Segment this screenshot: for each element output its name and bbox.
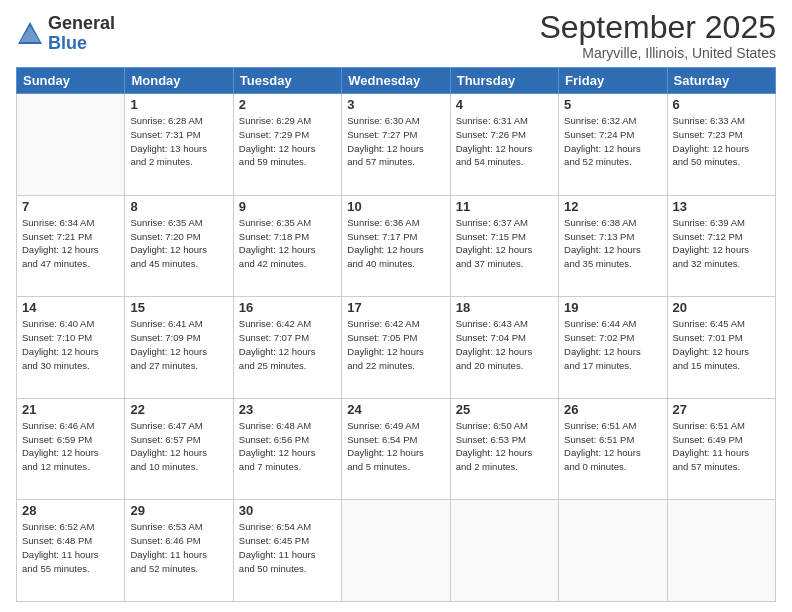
day-number: 8	[130, 199, 227, 214]
calendar-cell: 4Sunrise: 6:31 AMSunset: 7:26 PMDaylight…	[450, 94, 558, 196]
day-number: 6	[673, 97, 770, 112]
day-info: Sunrise: 6:35 AMSunset: 7:18 PMDaylight:…	[239, 216, 336, 271]
day-number: 25	[456, 402, 553, 417]
calendar-cell: 27Sunrise: 6:51 AMSunset: 6:49 PMDayligh…	[667, 398, 775, 500]
header-sunday: Sunday	[17, 68, 125, 94]
calendar-cell: 13Sunrise: 6:39 AMSunset: 7:12 PMDayligh…	[667, 195, 775, 297]
day-number: 12	[564, 199, 661, 214]
day-info: Sunrise: 6:37 AMSunset: 7:15 PMDaylight:…	[456, 216, 553, 271]
day-number: 13	[673, 199, 770, 214]
calendar-cell: 12Sunrise: 6:38 AMSunset: 7:13 PMDayligh…	[559, 195, 667, 297]
day-number: 2	[239, 97, 336, 112]
day-info: Sunrise: 6:48 AMSunset: 6:56 PMDaylight:…	[239, 419, 336, 474]
calendar-cell: 17Sunrise: 6:42 AMSunset: 7:05 PMDayligh…	[342, 297, 450, 399]
header-monday: Monday	[125, 68, 233, 94]
calendar-cell: 23Sunrise: 6:48 AMSunset: 6:56 PMDayligh…	[233, 398, 341, 500]
calendar-cell: 11Sunrise: 6:37 AMSunset: 7:15 PMDayligh…	[450, 195, 558, 297]
logo-icon	[16, 20, 44, 48]
calendar-cell: 28Sunrise: 6:52 AMSunset: 6:48 PMDayligh…	[17, 500, 125, 602]
header-thursday: Thursday	[450, 68, 558, 94]
calendar-cell: 24Sunrise: 6:49 AMSunset: 6:54 PMDayligh…	[342, 398, 450, 500]
calendar-cell: 10Sunrise: 6:36 AMSunset: 7:17 PMDayligh…	[342, 195, 450, 297]
calendar-cell	[17, 94, 125, 196]
day-info: Sunrise: 6:32 AMSunset: 7:24 PMDaylight:…	[564, 114, 661, 169]
header: General Blue September 2025 Maryville, I…	[16, 10, 776, 61]
calendar-week-0: 1Sunrise: 6:28 AMSunset: 7:31 PMDaylight…	[17, 94, 776, 196]
day-info: Sunrise: 6:38 AMSunset: 7:13 PMDaylight:…	[564, 216, 661, 271]
day-number: 23	[239, 402, 336, 417]
day-info: Sunrise: 6:33 AMSunset: 7:23 PMDaylight:…	[673, 114, 770, 169]
day-info: Sunrise: 6:42 AMSunset: 7:07 PMDaylight:…	[239, 317, 336, 372]
logo-general: General	[48, 14, 115, 34]
calendar-cell	[559, 500, 667, 602]
calendar-week-3: 21Sunrise: 6:46 AMSunset: 6:59 PMDayligh…	[17, 398, 776, 500]
calendar-cell: 6Sunrise: 6:33 AMSunset: 7:23 PMDaylight…	[667, 94, 775, 196]
day-info: Sunrise: 6:52 AMSunset: 6:48 PMDaylight:…	[22, 520, 119, 575]
calendar-week-2: 14Sunrise: 6:40 AMSunset: 7:10 PMDayligh…	[17, 297, 776, 399]
day-number: 30	[239, 503, 336, 518]
day-info: Sunrise: 6:34 AMSunset: 7:21 PMDaylight:…	[22, 216, 119, 271]
day-info: Sunrise: 6:41 AMSunset: 7:09 PMDaylight:…	[130, 317, 227, 372]
day-info: Sunrise: 6:47 AMSunset: 6:57 PMDaylight:…	[130, 419, 227, 474]
day-number: 15	[130, 300, 227, 315]
day-info: Sunrise: 6:42 AMSunset: 7:05 PMDaylight:…	[347, 317, 444, 372]
day-number: 7	[22, 199, 119, 214]
day-number: 11	[456, 199, 553, 214]
day-info: Sunrise: 6:31 AMSunset: 7:26 PMDaylight:…	[456, 114, 553, 169]
calendar-cell: 22Sunrise: 6:47 AMSunset: 6:57 PMDayligh…	[125, 398, 233, 500]
day-info: Sunrise: 6:51 AMSunset: 6:49 PMDaylight:…	[673, 419, 770, 474]
day-number: 3	[347, 97, 444, 112]
day-info: Sunrise: 6:30 AMSunset: 7:27 PMDaylight:…	[347, 114, 444, 169]
day-info: Sunrise: 6:36 AMSunset: 7:17 PMDaylight:…	[347, 216, 444, 271]
calendar-cell: 29Sunrise: 6:53 AMSunset: 6:46 PMDayligh…	[125, 500, 233, 602]
day-info: Sunrise: 6:39 AMSunset: 7:12 PMDaylight:…	[673, 216, 770, 271]
day-info: Sunrise: 6:35 AMSunset: 7:20 PMDaylight:…	[130, 216, 227, 271]
day-info: Sunrise: 6:45 AMSunset: 7:01 PMDaylight:…	[673, 317, 770, 372]
day-number: 19	[564, 300, 661, 315]
calendar-header-row: Sunday Monday Tuesday Wednesday Thursday…	[17, 68, 776, 94]
day-info: Sunrise: 6:50 AMSunset: 6:53 PMDaylight:…	[456, 419, 553, 474]
day-number: 9	[239, 199, 336, 214]
calendar-cell: 14Sunrise: 6:40 AMSunset: 7:10 PMDayligh…	[17, 297, 125, 399]
header-friday: Friday	[559, 68, 667, 94]
logo-text: General Blue	[48, 14, 115, 54]
header-tuesday: Tuesday	[233, 68, 341, 94]
day-number: 29	[130, 503, 227, 518]
day-info: Sunrise: 6:29 AMSunset: 7:29 PMDaylight:…	[239, 114, 336, 169]
day-number: 20	[673, 300, 770, 315]
page: General Blue September 2025 Maryville, I…	[0, 0, 792, 612]
day-info: Sunrise: 6:54 AMSunset: 6:45 PMDaylight:…	[239, 520, 336, 575]
calendar-cell: 18Sunrise: 6:43 AMSunset: 7:04 PMDayligh…	[450, 297, 558, 399]
calendar-cell: 15Sunrise: 6:41 AMSunset: 7:09 PMDayligh…	[125, 297, 233, 399]
day-info: Sunrise: 6:44 AMSunset: 7:02 PMDaylight:…	[564, 317, 661, 372]
day-number: 10	[347, 199, 444, 214]
day-number: 17	[347, 300, 444, 315]
calendar-cell: 7Sunrise: 6:34 AMSunset: 7:21 PMDaylight…	[17, 195, 125, 297]
calendar-cell: 30Sunrise: 6:54 AMSunset: 6:45 PMDayligh…	[233, 500, 341, 602]
day-info: Sunrise: 6:28 AMSunset: 7:31 PMDaylight:…	[130, 114, 227, 169]
calendar-cell: 20Sunrise: 6:45 AMSunset: 7:01 PMDayligh…	[667, 297, 775, 399]
header-saturday: Saturday	[667, 68, 775, 94]
day-info: Sunrise: 6:51 AMSunset: 6:51 PMDaylight:…	[564, 419, 661, 474]
calendar-cell: 16Sunrise: 6:42 AMSunset: 7:07 PMDayligh…	[233, 297, 341, 399]
calendar-cell	[342, 500, 450, 602]
calendar-cell: 21Sunrise: 6:46 AMSunset: 6:59 PMDayligh…	[17, 398, 125, 500]
header-wednesday: Wednesday	[342, 68, 450, 94]
day-number: 22	[130, 402, 227, 417]
day-number: 16	[239, 300, 336, 315]
calendar-cell: 9Sunrise: 6:35 AMSunset: 7:18 PMDaylight…	[233, 195, 341, 297]
title-section: September 2025 Maryville, Illinois, Unit…	[539, 10, 776, 61]
day-number: 14	[22, 300, 119, 315]
day-number: 18	[456, 300, 553, 315]
day-number: 1	[130, 97, 227, 112]
day-number: 5	[564, 97, 661, 112]
calendar-cell: 25Sunrise: 6:50 AMSunset: 6:53 PMDayligh…	[450, 398, 558, 500]
day-info: Sunrise: 6:49 AMSunset: 6:54 PMDaylight:…	[347, 419, 444, 474]
calendar-cell: 26Sunrise: 6:51 AMSunset: 6:51 PMDayligh…	[559, 398, 667, 500]
calendar-cell: 19Sunrise: 6:44 AMSunset: 7:02 PMDayligh…	[559, 297, 667, 399]
calendar-cell	[667, 500, 775, 602]
day-number: 26	[564, 402, 661, 417]
day-number: 4	[456, 97, 553, 112]
calendar-cell: 1Sunrise: 6:28 AMSunset: 7:31 PMDaylight…	[125, 94, 233, 196]
logo: General Blue	[16, 14, 115, 54]
